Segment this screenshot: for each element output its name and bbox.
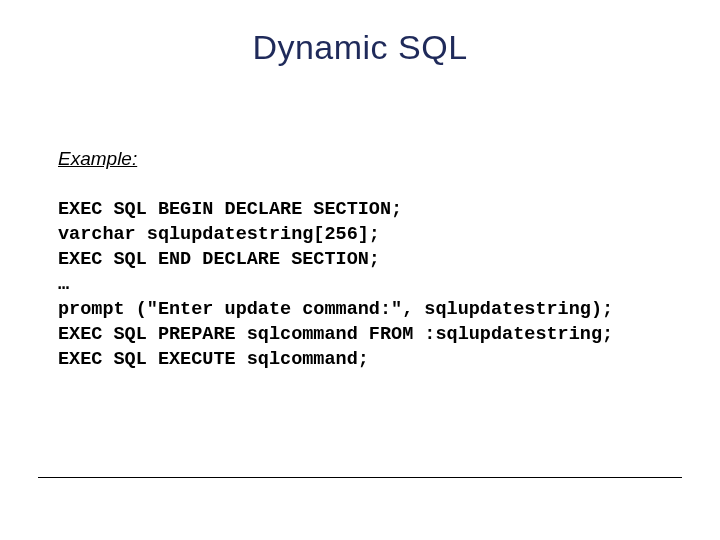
- example-label: Example:: [58, 148, 137, 170]
- code-line: EXEC SQL EXECUTE sqlcommand;: [58, 349, 369, 370]
- code-line: varchar sqlupdatestring[256];: [58, 224, 380, 245]
- slide: Dynamic SQL Example: EXEC SQL BEGIN DECL…: [0, 0, 720, 540]
- code-line: EXEC SQL PREPARE sqlcommand FROM :sqlupd…: [58, 324, 613, 345]
- code-line: prompt ("Enter update command:", sqlupda…: [58, 299, 613, 320]
- code-block: EXEC SQL BEGIN DECLARE SECTION; varchar …: [58, 198, 700, 373]
- divider-line: [38, 477, 682, 478]
- code-line: EXEC SQL BEGIN DECLARE SECTION;: [58, 199, 402, 220]
- slide-title: Dynamic SQL: [0, 28, 720, 67]
- code-line: …: [58, 274, 69, 295]
- code-line: EXEC SQL END DECLARE SECTION;: [58, 249, 380, 270]
